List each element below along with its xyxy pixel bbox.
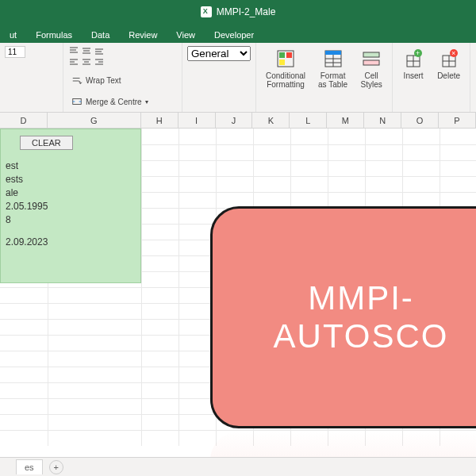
add-sheet-button[interactable]: + <box>49 460 63 474</box>
svg-rect-38 <box>325 51 341 55</box>
ribbon: A▲ A▼ A ab Wrap Text Merge <box>0 43 476 113</box>
conditional-formatting-icon <box>274 48 297 70</box>
tab-formulas[interactable]: Formulas <box>26 27 82 43</box>
card-line2: AUTOSCO <box>274 317 449 355</box>
column-headers: D G H I J K L M N O P <box>0 113 476 129</box>
insert-label: Insert <box>404 71 424 80</box>
number-group: General $ % , .00 .0 <box>182 43 256 112</box>
svg-rect-36 <box>279 60 285 65</box>
col-header[interactable]: G <box>48 113 141 128</box>
align-left-icon[interactable] <box>68 57 79 67</box>
svg-text:+: + <box>416 49 420 57</box>
wrap-text-label: Wrap Text <box>86 76 121 85</box>
worksheet-area[interactable]: CLEAR est ests ale 2.05.1995 8 2.09.2023… <box>0 129 476 446</box>
panel-row: 8 <box>6 214 136 225</box>
panel-row: ests <box>6 174 136 185</box>
styles-group: Conditional Formatting Format as Table C… <box>256 43 393 112</box>
tab-review[interactable]: Review <box>119 27 167 43</box>
insert-cells-icon: + <box>402 48 424 70</box>
tab-view[interactable]: View <box>167 27 205 43</box>
delete-button[interactable]: × Delete <box>432 46 465 109</box>
cell-styles-icon <box>360 48 382 70</box>
panel-row: est <box>6 160 136 171</box>
align-center-icon[interactable] <box>81 57 92 67</box>
cond-format-label: Conditional Formatting <box>266 71 305 89</box>
panel-row: 2.09.2023 <box>6 236 136 248</box>
panel-row: 2.05.1995 <box>6 201 136 212</box>
sheet-tab-bar: es + <box>0 457 476 476</box>
wrap-text-icon <box>71 75 83 86</box>
col-header[interactable]: K <box>252 113 290 128</box>
ribbon-tabs: ut Formulas Data Review View Developer <box>0 24 476 43</box>
delete-label: Delete <box>437 71 460 80</box>
title-bar: MMPI-2_Male <box>0 0 476 24</box>
font-group: A▲ A▼ A <box>0 43 63 112</box>
cell-styles-label: Cell Styles <box>361 71 382 89</box>
col-header[interactable]: N <box>364 113 401 128</box>
align-top-icon[interactable] <box>68 46 79 56</box>
merge-label: Merge & Centre <box>86 98 142 106</box>
col-header[interactable]: P <box>439 113 476 128</box>
svg-rect-42 <box>363 52 379 57</box>
tab-developer[interactable]: Developer <box>205 27 263 43</box>
col-header[interactable]: I <box>178 113 216 128</box>
delete-cells-icon: × <box>438 48 460 70</box>
align-bottom-icon[interactable] <box>94 46 105 56</box>
sheet-tab[interactable]: es <box>16 459 43 474</box>
align-middle-icon[interactable] <box>81 46 92 56</box>
tab-layout[interactable]: ut <box>0 27 26 43</box>
insert-button[interactable]: + Insert <box>397 46 429 109</box>
number-format-select[interactable]: General <box>187 46 251 61</box>
card-line1: MMPI- <box>308 279 414 317</box>
col-header[interactable]: L <box>290 113 327 128</box>
info-panel: CLEAR est ests ale 2.05.1995 8 2.09.2023 <box>0 129 141 283</box>
format-table-label: Format as Table <box>318 71 347 89</box>
format-as-table-button[interactable]: Format as Table <box>313 46 352 109</box>
align-right-icon[interactable] <box>94 57 105 67</box>
cells-group: + Insert × Delete <box>393 43 470 112</box>
panel-row: ale <box>6 187 136 198</box>
title-card: MMPI- AUTOSCO <box>210 206 476 428</box>
svg-rect-43 <box>363 60 379 65</box>
col-header[interactable]: D <box>0 113 48 128</box>
excel-doc-icon <box>201 6 212 17</box>
svg-text:×: × <box>451 49 455 57</box>
chevron-down-icon: ▾ <box>145 98 148 106</box>
svg-rect-35 <box>286 52 292 58</box>
conditional-formatting-button[interactable]: Conditional Formatting <box>261 46 310 109</box>
col-header[interactable]: O <box>401 113 439 128</box>
svg-rect-34 <box>279 52 285 58</box>
align-buttons <box>68 46 105 67</box>
clear-button[interactable]: CLEAR <box>20 136 73 150</box>
col-header[interactable]: J <box>216 113 253 128</box>
table-icon <box>322 48 344 70</box>
col-header[interactable]: H <box>141 113 178 128</box>
alignment-group: ab Wrap Text Merge & Centre ▾ <box>63 43 182 112</box>
merge-icon <box>71 96 83 107</box>
wrap-text-button[interactable]: Wrap Text <box>68 74 177 88</box>
col-header[interactable]: M <box>327 113 364 128</box>
cell-styles-button[interactable]: Cell Styles <box>355 46 387 109</box>
font-size-input[interactable] <box>5 46 25 58</box>
tab-data[interactable]: Data <box>82 27 119 43</box>
merge-centre-button[interactable]: Merge & Centre ▾ <box>68 94 177 109</box>
document-title: MMPI-2_Male <box>217 6 276 17</box>
